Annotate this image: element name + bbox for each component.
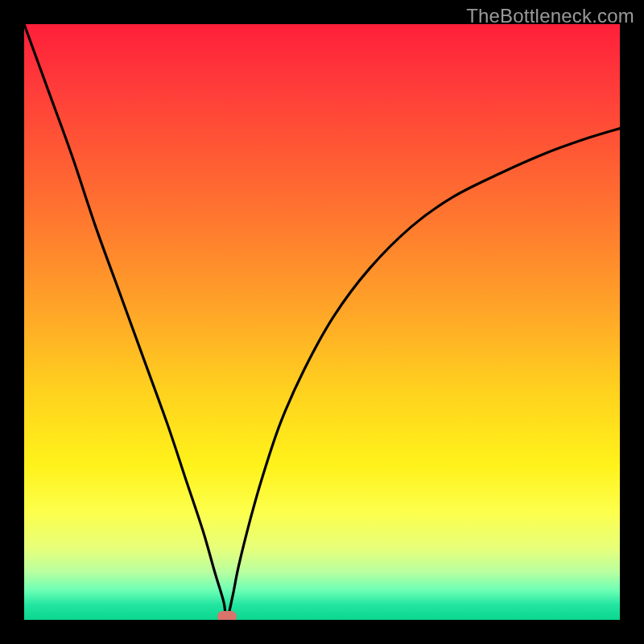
attribution-text: TheBottleneck.com — [466, 5, 634, 27]
optimal-point-marker — [217, 611, 237, 620]
chart-frame: TheBottleneck.com — [0, 0, 644, 644]
plot-area — [24, 24, 620, 620]
bottleneck-curve — [24, 24, 620, 620]
